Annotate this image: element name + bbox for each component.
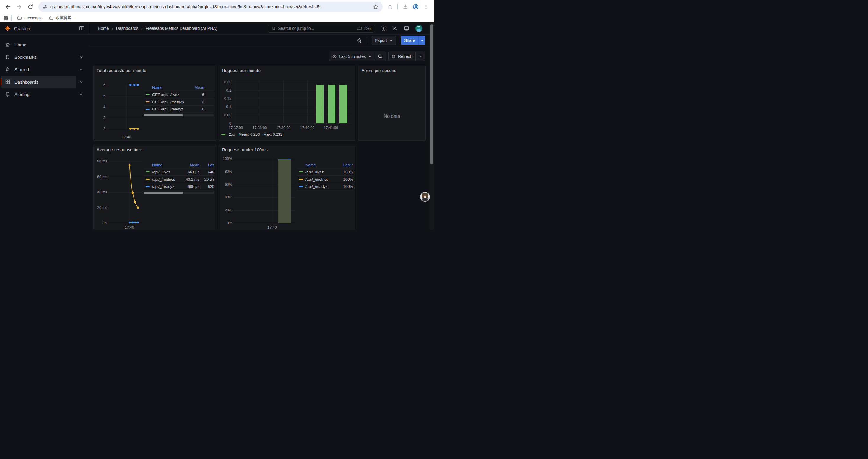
- search-input[interactable]: Search or jump to... ⌘+k: [269, 24, 374, 33]
- bookmark-star-icon[interactable]: [373, 4, 378, 9]
- legend-header-name[interactable]: Name: [297, 163, 336, 167]
- forward-button[interactable]: [14, 2, 24, 12]
- sidebar-item-bookmarks[interactable]: Bookmarks: [1, 51, 76, 63]
- back-button[interactable]: [3, 2, 13, 12]
- toolbar-divider: [367, 37, 367, 44]
- legend-header-name[interactable]: Name: [144, 85, 162, 90]
- y-tick: 4: [94, 105, 105, 109]
- refresh-interval-dropdown[interactable]: [415, 52, 425, 61]
- help-icon[interactable]: ?: [381, 26, 386, 31]
- reload-button[interactable]: [25, 2, 35, 12]
- extensions-icon[interactable]: [387, 4, 393, 9]
- breadcrumb-dashboards[interactable]: Dashboards: [116, 26, 138, 31]
- legend-row[interactable]: /api/_/livez 100%: [297, 168, 353, 175]
- legend-header-name[interactable]: Name: [144, 163, 178, 167]
- chevron-down-icon[interactable]: [76, 76, 87, 88]
- user-avatar[interactable]: [415, 25, 423, 32]
- downloads-icon[interactable]: [403, 4, 408, 9]
- sidebar-row-alerting: Alerting: [1, 88, 87, 100]
- y-tick: 2: [94, 127, 105, 131]
- browser-actions: [385, 4, 431, 10]
- search-icon: [272, 26, 276, 30]
- series-color-pill: [299, 186, 303, 187]
- export-button[interactable]: Export: [372, 36, 396, 45]
- sidebar-item-dashboards[interactable]: Dashboards: [1, 76, 76, 88]
- news-rss-icon[interactable]: [392, 26, 398, 31]
- browser-chrome: grafana.mathmast.com/d/deytv4rwavabkb/fr…: [0, 0, 434, 23]
- bookmarks-divider: [11, 15, 12, 21]
- breadcrumb-separator: ›: [141, 26, 143, 31]
- series-top-line: [278, 159, 291, 160]
- share-button[interactable]: Share: [401, 36, 418, 45]
- legend-mean: Mean: 0.233: [239, 132, 260, 136]
- chevron-down-icon[interactable]: [76, 88, 87, 100]
- legend-row[interactable]: GET /api/_/metrics 2: [144, 98, 214, 105]
- sidebar-item-starred[interactable]: Starred: [1, 64, 76, 75]
- panel-title: Total requests per minute: [97, 68, 146, 73]
- time-range-picker[interactable]: Last 5 minutes: [330, 52, 375, 61]
- refresh-button[interactable]: Refresh: [389, 52, 415, 61]
- scrollbar-thumb[interactable]: [144, 192, 183, 194]
- panel-request-per-minute[interactable]: Request per minute 0.25 0.2 0.15 0.1 0.0…: [219, 66, 355, 140]
- legend[interactable]: 2xx Mean: 0.233 Max: 0.233: [221, 132, 282, 136]
- grafana-logo-icon[interactable]: [5, 25, 11, 31]
- sidebar-toggle-icon[interactable]: [79, 26, 85, 31]
- page-scrollbar[interactable]: [430, 23, 434, 230]
- grafana-app: Grafana Home › Dashboards › Freeleaps Me…: [0, 23, 434, 230]
- bookmark-folder-blogs[interactable]: 收藏博客: [47, 14, 74, 22]
- dashboard-toolbar: Export Share: [89, 35, 430, 46]
- y-tick: 80%: [219, 169, 232, 174]
- scrollbar-thumb[interactable]: [430, 24, 433, 164]
- chevron-down-icon[interactable]: [76, 51, 87, 63]
- zoom-out-button[interactable]: [375, 52, 385, 61]
- legend-series-label: 2xx: [229, 132, 235, 136]
- scrollbar-thumb[interactable]: [144, 114, 183, 117]
- data-point: [129, 128, 131, 130]
- legend-row[interactable]: /api/_/livez 661 µs 646: [144, 168, 214, 175]
- x-tick: 17:40: [119, 135, 134, 139]
- legend-header-mean[interactable]: Mean: [186, 85, 204, 90]
- legend-header-last[interactable]: Las: [199, 163, 214, 167]
- sidebar-item-home[interactable]: Home: [1, 39, 87, 51]
- legend-row[interactable]: /api/_/metrics 40.1 ms 20.5 r: [144, 175, 214, 183]
- panel-errors-per-second[interactable]: Errors per second No data: [358, 66, 426, 140]
- legend-row[interactable]: GET /api/_/readyz 6: [144, 105, 214, 113]
- floating-avatar[interactable]: [420, 192, 430, 202]
- legend-scrollbar[interactable]: [144, 192, 214, 194]
- breadcrumb-home[interactable]: Home: [98, 26, 109, 31]
- gridline: [233, 124, 351, 124]
- y-tick: 0.25: [219, 80, 231, 84]
- url-bar[interactable]: grafana.mathmast.com/d/deytv4rwavabkb/fr…: [38, 2, 382, 12]
- y-tick: 0%: [219, 221, 232, 225]
- panel-requests-under-100ms[interactable]: Requests under 100ms 100% 80% 60% 40% 20…: [219, 145, 355, 230]
- legend-header-mean[interactable]: Mean: [178, 163, 199, 167]
- legend-row[interactable]: /api/_/readyz 100%: [297, 183, 353, 190]
- series-color-pill: [299, 171, 303, 172]
- series-color-pill: [146, 109, 150, 110]
- search-placeholder: Search or jump to...: [278, 26, 314, 31]
- favorite-star-icon[interactable]: [356, 38, 362, 43]
- menu-kebab-icon[interactable]: [423, 4, 429, 9]
- legend-row[interactable]: /api/_/metrics 100%: [297, 175, 353, 183]
- sidebar-item-alerting[interactable]: Alerting: [1, 88, 76, 100]
- panel-avg-response-time[interactable]: Average response time 80 ms 60 ms 40 ms …: [93, 145, 216, 230]
- y-tick: 3: [94, 116, 105, 120]
- legend-row[interactable]: /api/_/readyz 605 µs 620: [144, 183, 214, 190]
- browser-toolbar: grafana.mathmast.com/d/deytv4rwavabkb/fr…: [0, 0, 434, 13]
- site-settings-icon[interactable]: [42, 4, 47, 9]
- legend-header-last[interactable]: Last *: [336, 163, 353, 167]
- y-tick: 0.05: [219, 113, 231, 117]
- panel-total-requests[interactable]: Total requests per minute 6 5 4 3 2 17:4…: [93, 66, 216, 140]
- bookmark-folder-freeleaps[interactable]: Freeleaps: [15, 15, 44, 21]
- refresh-group: Refresh: [388, 52, 426, 61]
- share-dropdown-button[interactable]: [418, 36, 426, 45]
- kiosk-monitor-icon[interactable]: [404, 26, 409, 31]
- profile-icon[interactable]: [413, 4, 418, 10]
- apps-grid-icon[interactable]: [4, 15, 8, 21]
- legend-row[interactable]: GET /api/_/livez 6: [144, 91, 214, 98]
- url-text[interactable]: grafana.mathmast.com/d/deytv4rwavabkb/fr…: [50, 4, 370, 9]
- chevron-down-icon: [421, 39, 424, 42]
- chevron-down-icon[interactable]: [76, 64, 87, 75]
- legend-scrollbar[interactable]: [144, 114, 214, 117]
- sidebar-item-label: Dashboards: [14, 79, 38, 85]
